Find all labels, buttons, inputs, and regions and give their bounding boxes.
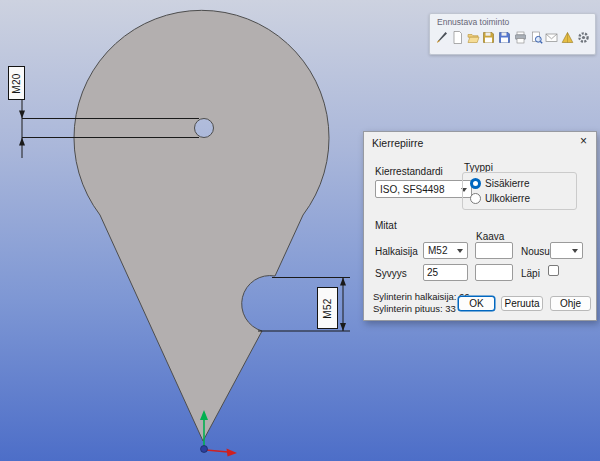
cylinder-diameter-info: Sylinterin halkaisija: 66 [373,291,470,302]
close-icon[interactable]: × [576,134,591,149]
dimension-label-m20[interactable]: M20 [8,66,25,100]
toolbar-title: Ennustava toiminto [435,17,590,27]
chart-icon[interactable] [561,30,574,45]
diameter-select[interactable]: M52 [423,242,468,259]
dimension-m20-text: M20 [11,73,22,94]
chevron-down-icon [457,249,463,253]
internal-thread-radio[interactable] [470,178,481,189]
through-checkbox[interactable] [548,265,559,276]
cylinder-length-info: Sylinterin pituus: 33 [373,303,456,314]
new-document-icon[interactable] [451,30,464,45]
dimensions-section-label: Mitat [375,220,397,231]
diameter-value: M52 [428,245,447,256]
save-icon[interactable] [482,30,495,45]
dialog-titlebar[interactable]: Kierrepiirre × [364,132,596,152]
dimension-m52-text: M52 [322,298,333,319]
external-thread-label[interactable]: Ulkokierre [485,193,530,204]
pitch-label: Nousu [521,246,550,257]
depth-formula-input[interactable] [475,264,513,281]
cad-viewport[interactable]: M20 M52 Ennustava toiminto [0,0,600,461]
depth-input[interactable] [423,264,468,281]
print-preview-icon[interactable] [530,30,543,45]
help-button[interactable]: Ohje [550,296,591,311]
part-outline[interactable] [74,10,329,441]
thread-standard-select[interactable]: ISO, SFS4498 [375,180,472,198]
open-folder-icon[interactable] [467,30,480,45]
diameter-formula-input[interactable] [475,242,513,259]
thread-standard-value: ISO, SFS4498 [380,184,444,195]
toolbar-icon-row [435,30,590,45]
thread-standard-label: Kierrestandardi [375,166,443,177]
dimension-label-m52[interactable]: M52 [317,287,338,329]
predictive-toolbar[interactable]: Ennustava toiminto [429,13,596,55]
diameter-label: Halkaisija [375,246,418,257]
dialog-title: Kierrepiirre [372,137,423,149]
thread-feature-dialog: Kierrepiirre × Kierrestandardi ISO, SFS4… [363,131,597,321]
print-icon[interactable] [514,30,527,45]
external-thread-radio[interactable] [470,193,481,204]
chevron-down-icon [572,249,578,253]
ok-button[interactable]: OK [458,296,495,311]
save-as-icon[interactable] [498,30,511,45]
pitch-select[interactable] [550,242,583,259]
through-label: Läpi [521,268,540,279]
origin-point [201,446,208,453]
internal-thread-label[interactable]: Sisäkierre [485,178,529,189]
formula-column-label: Kaava [476,231,504,242]
depth-label: Syvyys [375,268,407,279]
engraver-tool-icon[interactable] [435,30,448,45]
settings-gear-icon[interactable] [577,30,590,45]
send-mail-icon[interactable] [545,30,558,45]
cancel-button[interactable]: Peruuta [501,296,543,311]
